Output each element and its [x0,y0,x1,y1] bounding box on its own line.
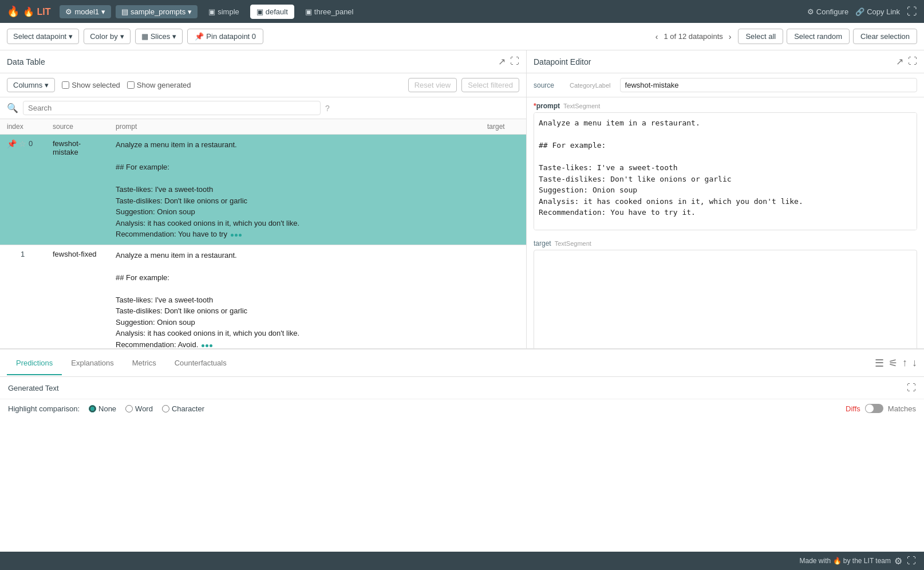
main-area: Data Table ↗ ⛶ Columns ▾ Show selected S [0,50,924,552]
highlight-word[interactable]: Word [125,404,153,413]
highlight-word-radio[interactable] [125,405,133,412]
layout-simple[interactable]: ▣ simple [202,5,246,19]
highlight-none-radio[interactable] [89,405,96,412]
editor-expand-icon[interactable]: ⛶ [908,56,917,67]
minimize-icon[interactable]: ↗ [498,56,506,67]
data-table-scroll[interactable]: index source prompt target 📌 [0,119,526,360]
slices-btn[interactable]: ▦ Slices ▾ [135,29,183,44]
prompt-label-row: *prompt TextSegment [534,102,917,110]
slices-chevron-icon: ▾ [172,32,176,41]
pin-icon: 📌 [195,32,204,41]
columns-btn[interactable]: Columns ▾ [7,78,55,92]
next-datapoint-btn[interactable]: › [726,31,734,42]
select-all-btn[interactable]: Select all [738,29,783,44]
editor-scroll[interactable]: Datapoint Editor ↗ ⛶ source CategoryLabe… [527,50,924,383]
target-label-row: target TextSegment [534,239,917,247]
layout-default-icon: ▣ [256,7,263,16]
tab-metrics[interactable]: Metrics [123,352,165,375]
dataset-icon: ▤ [121,7,128,16]
row-0-num: 0 [29,139,33,148]
copy-link-btn[interactable]: 🔗 Copy Link [855,7,900,16]
data-table-panel: Data Table ↗ ⛶ Columns ▾ Show selected S [0,50,527,383]
generated-text-section: Generated Text ⛶ [0,377,924,399]
generated-expand-icon[interactable]: ⛶ [907,383,916,393]
clear-selection-label: Clear selection [860,32,910,41]
configure-btn[interactable]: ⚙ Configure [807,7,848,16]
link-icon: 🔗 [855,7,864,16]
layout-simple-icon: ▣ [208,7,215,16]
pin-label: Pin datapoint 0 [206,32,256,41]
row-0-target [480,135,526,245]
layout-default-label: default [266,7,288,16]
expand-icon[interactable]: ⛶ [510,56,519,67]
toolbar-right-buttons: Select all Select random Clear selection [738,29,917,44]
footer-settings-icon[interactable]: ⚙ [894,556,902,567]
table-controls-right: Reset view Select filtered [408,78,519,92]
show-selected-label[interactable]: Show selected [62,81,120,89]
row-0-source: fewshot-mistake [46,135,109,245]
clear-selection-btn[interactable]: Clear selection [853,29,917,44]
layout-three-panel[interactable]: ▣ three_panel [299,5,360,19]
table-row[interactable]: 📌 ☆ 0 fewshot-mistake Analyze a menu ite… [0,135,526,245]
topbar-right: ⚙ Configure 🔗 Copy Link ⛶ [807,6,917,18]
tab-counterfactuals[interactable]: Counterfactuals [165,352,236,375]
show-selected-checkbox[interactable] [62,81,69,89]
fullscreen-btn[interactable]: ⛶ [907,6,917,18]
highlight-character[interactable]: Character [162,404,204,413]
row-1-source: fewshot-fixed [46,245,109,355]
layout-default[interactable]: ▣ default [250,5,294,19]
row-1-prompt: Analyze a menu item in a restaurant. ## … [109,245,480,355]
color-by-btn[interactable]: Color by ▾ [84,29,130,44]
model-selector[interactable]: ⚙ model1 ▾ [60,5,111,18]
highlight-none[interactable]: None [89,404,116,413]
select-datapoint-btn[interactable]: Select datapoint ▾ [7,29,79,44]
search-row: 🔍 ? [0,97,526,119]
editor-minimize-icon[interactable]: ↗ [896,56,903,67]
data-table-title: Data Table [7,57,45,66]
data-table: index source prompt target 📌 [0,119,526,360]
select-random-btn[interactable]: Select random [787,29,850,44]
pin-datapoint-btn[interactable]: 📌 Pin datapoint 0 [187,29,263,44]
tab-predictions-label: Predictions [16,359,53,367]
filter-icon[interactable]: ⚟ [889,357,898,369]
show-generated-label[interactable]: Show generated [127,81,191,89]
tab-explanations[interactable]: Explanations [62,352,123,375]
row-1-more-btn[interactable] [202,344,212,347]
prompt-section: *prompt TextSegment Analyze a menu item … [527,97,924,235]
prev-datapoint-btn[interactable]: ‹ [653,31,661,42]
footer-text: Made with 🔥 by the LIT team [799,557,891,565]
app-name: 🔥 LIT [23,6,50,17]
diffs-toggle-switch[interactable] [865,404,883,413]
select-filtered-btn[interactable]: Select filtered [461,78,519,92]
tab-explanations-label: Explanations [71,359,113,367]
dataset-selector[interactable]: ▤ sample_prompts ▾ [116,5,198,18]
search-input[interactable] [23,101,321,115]
show-generated-checkbox[interactable] [127,81,135,89]
prompt-textarea[interactable]: Analyze a menu item in a restaurant. ## … [534,112,917,230]
target-type-label: TextSegment [555,240,591,247]
col-target: target [480,119,526,135]
predictions-tab-icons: ☰ ⚟ ↑ ↓ [875,357,917,369]
model-chevron-icon: ▾ [101,7,105,16]
col-source: source [46,119,109,135]
sort-down-icon[interactable]: ↓ [912,357,917,369]
help-icon[interactable]: ? [325,104,330,113]
footer-expand-icon[interactable]: ⛶ [907,556,916,567]
dataset-label: sample_prompts [131,7,185,16]
reset-view-btn[interactable]: Reset view [408,78,457,92]
matches-label: Matches [888,404,916,413]
editor-title: Datapoint Editor [534,57,591,66]
source-value-input[interactable] [620,78,917,92]
highlight-character-label: Character [172,404,204,413]
row-0-more-btn[interactable] [231,234,242,237]
menu-icon[interactable]: ☰ [875,357,884,369]
table-row[interactable]: 1 fewshot-fixed Analyze a menu item in a… [0,245,526,355]
target-textarea[interactable] [534,250,917,353]
select-chevron-icon: ▾ [69,32,73,41]
sort-up-icon[interactable]: ↑ [902,357,907,369]
app-footer: Made with 🔥 by the LIT team ⚙ ⛶ [0,552,924,570]
layout-three-panel-icon: ▣ [305,7,312,16]
tab-predictions[interactable]: Predictions [7,352,62,375]
highlight-character-radio[interactable] [162,405,169,412]
color-by-label: Color by [90,32,117,41]
